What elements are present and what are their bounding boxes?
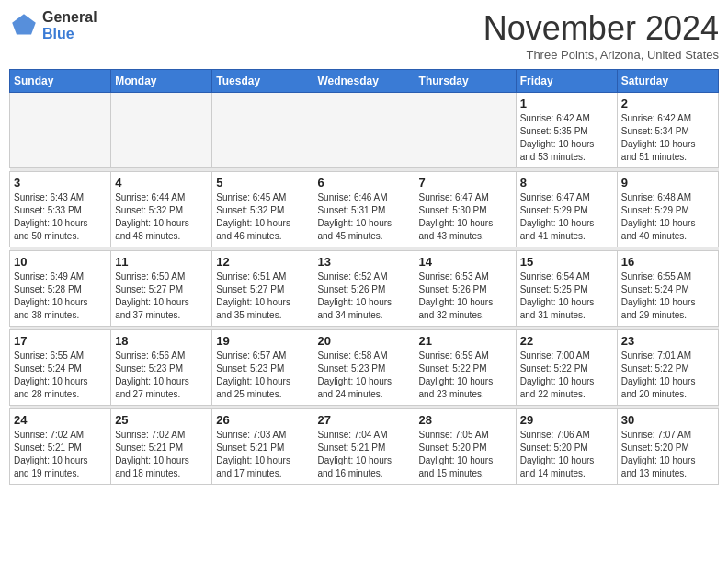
calendar-cell: 16Sunrise: 6:55 AM Sunset: 5:24 PM Dayli… [617, 251, 718, 327]
calendar-week-3: 10Sunrise: 6:49 AM Sunset: 5:28 PM Dayli… [10, 251, 719, 327]
weekday-header-tuesday: Tuesday [212, 70, 313, 93]
logo-blue: Blue [42, 26, 97, 42]
day-info: Sunrise: 6:55 AM Sunset: 5:24 PM Dayligh… [621, 270, 714, 322]
day-number: 9 [621, 176, 714, 190]
day-number: 20 [317, 334, 410, 348]
day-info: Sunrise: 6:53 AM Sunset: 5:26 PM Dayligh… [419, 270, 512, 322]
day-number: 24 [14, 413, 107, 427]
day-number: 17 [14, 334, 107, 348]
svg-marker-0 [12, 14, 36, 34]
day-number: 19 [216, 334, 309, 348]
calendar-cell: 19Sunrise: 6:57 AM Sunset: 5:23 PM Dayli… [212, 330, 313, 406]
logo-icon [9, 11, 39, 40]
weekday-header-wednesday: Wednesday [313, 70, 415, 93]
calendar-cell: 10Sunrise: 6:49 AM Sunset: 5:28 PM Dayli… [10, 251, 111, 327]
calendar-cell: 4Sunrise: 6:44 AM Sunset: 5:32 PM Daylig… [111, 172, 212, 247]
day-number: 7 [419, 176, 512, 190]
calendar-cell: 29Sunrise: 7:06 AM Sunset: 5:20 PM Dayli… [516, 409, 617, 485]
location: Three Points, Arizona, United States [483, 48, 719, 62]
title-block: November 2024 Three Points, Arizona, Uni… [483, 9, 719, 62]
calendar-cell [415, 93, 516, 168]
weekday-header-thursday: Thursday [415, 70, 516, 93]
logo-text: General Blue [42, 9, 97, 41]
day-info: Sunrise: 6:47 AM Sunset: 5:30 PM Dayligh… [419, 191, 512, 243]
calendar-cell: 7Sunrise: 6:47 AM Sunset: 5:30 PM Daylig… [415, 172, 516, 247]
calendar-cell: 30Sunrise: 7:07 AM Sunset: 5:20 PM Dayli… [617, 409, 718, 485]
day-number: 22 [520, 334, 613, 348]
calendar-cell: 15Sunrise: 6:54 AM Sunset: 5:25 PM Dayli… [516, 251, 617, 327]
day-number: 28 [419, 413, 512, 427]
day-number: 23 [621, 334, 714, 348]
day-number: 1 [520, 97, 613, 110]
calendar-cell: 28Sunrise: 7:05 AM Sunset: 5:20 PM Dayli… [415, 409, 516, 485]
day-info: Sunrise: 6:49 AM Sunset: 5:28 PM Dayligh… [14, 270, 107, 322]
calendar-cell: 23Sunrise: 7:01 AM Sunset: 5:22 PM Dayli… [617, 330, 718, 406]
day-info: Sunrise: 6:52 AM Sunset: 5:26 PM Dayligh… [317, 270, 410, 322]
day-number: 4 [115, 176, 208, 190]
day-info: Sunrise: 6:56 AM Sunset: 5:23 PM Dayligh… [115, 350, 208, 401]
day-info: Sunrise: 7:05 AM Sunset: 5:20 PM Dayligh… [419, 429, 512, 480]
calendar-cell: 21Sunrise: 6:59 AM Sunset: 5:22 PM Dayli… [415, 330, 516, 406]
day-info: Sunrise: 6:50 AM Sunset: 5:27 PM Dayligh… [115, 270, 208, 322]
day-number: 5 [216, 176, 309, 190]
logo: General Blue [9, 9, 97, 41]
day-number: 29 [520, 413, 613, 427]
day-number: 10 [14, 255, 107, 269]
day-info: Sunrise: 6:46 AM Sunset: 5:31 PM Dayligh… [317, 191, 410, 243]
day-info: Sunrise: 7:02 AM Sunset: 5:21 PM Dayligh… [14, 429, 107, 480]
day-info: Sunrise: 6:55 AM Sunset: 5:24 PM Dayligh… [14, 350, 107, 401]
calendar-week-1: 1Sunrise: 6:42 AM Sunset: 5:35 PM Daylig… [10, 93, 719, 168]
calendar-cell: 27Sunrise: 7:04 AM Sunset: 5:21 PM Dayli… [313, 409, 415, 485]
calendar-cell: 9Sunrise: 6:48 AM Sunset: 5:29 PM Daylig… [617, 172, 718, 247]
weekday-header-sunday: Sunday [10, 70, 111, 93]
day-number: 8 [520, 176, 613, 190]
day-info: Sunrise: 7:00 AM Sunset: 5:22 PM Dayligh… [520, 350, 613, 401]
day-number: 18 [115, 334, 208, 348]
calendar-week-2: 3Sunrise: 6:43 AM Sunset: 5:33 PM Daylig… [10, 172, 719, 247]
calendar-cell [212, 93, 313, 168]
day-number: 3 [14, 176, 107, 190]
calendar-cell: 6Sunrise: 6:46 AM Sunset: 5:31 PM Daylig… [313, 172, 415, 247]
day-info: Sunrise: 6:42 AM Sunset: 5:34 PM Dayligh… [621, 112, 714, 164]
day-info: Sunrise: 7:01 AM Sunset: 5:22 PM Dayligh… [621, 350, 714, 401]
calendar-cell: 17Sunrise: 6:55 AM Sunset: 5:24 PM Dayli… [10, 330, 111, 406]
day-number: 11 [115, 255, 208, 269]
calendar-cell: 18Sunrise: 6:56 AM Sunset: 5:23 PM Dayli… [111, 330, 212, 406]
day-number: 15 [520, 255, 613, 269]
day-info: Sunrise: 7:06 AM Sunset: 5:20 PM Dayligh… [520, 429, 613, 480]
day-info: Sunrise: 6:54 AM Sunset: 5:25 PM Dayligh… [520, 270, 613, 322]
day-info: Sunrise: 6:57 AM Sunset: 5:23 PM Dayligh… [216, 350, 309, 401]
calendar-cell [111, 93, 212, 168]
weekday-header-saturday: Saturday [617, 70, 718, 93]
day-info: Sunrise: 7:02 AM Sunset: 5:21 PM Dayligh… [115, 429, 208, 480]
calendar-cell: 25Sunrise: 7:02 AM Sunset: 5:21 PM Dayli… [111, 409, 212, 485]
day-info: Sunrise: 7:04 AM Sunset: 5:21 PM Dayligh… [317, 429, 410, 480]
day-info: Sunrise: 7:03 AM Sunset: 5:21 PM Dayligh… [216, 429, 309, 480]
calendar-cell: 3Sunrise: 6:43 AM Sunset: 5:33 PM Daylig… [10, 172, 111, 247]
page-header: General Blue November 2024 Three Points,… [9, 9, 719, 62]
calendar-header-row: SundayMondayTuesdayWednesdayThursdayFrid… [10, 70, 719, 93]
day-number: 30 [621, 413, 714, 427]
day-number: 6 [317, 176, 410, 190]
calendar-cell: 14Sunrise: 6:53 AM Sunset: 5:26 PM Dayli… [415, 251, 516, 327]
day-number: 27 [317, 413, 410, 427]
calendar-cell: 1Sunrise: 6:42 AM Sunset: 5:35 PM Daylig… [516, 93, 617, 168]
calendar-cell: 5Sunrise: 6:45 AM Sunset: 5:32 PM Daylig… [212, 172, 313, 247]
calendar-cell: 26Sunrise: 7:03 AM Sunset: 5:21 PM Dayli… [212, 409, 313, 485]
day-info: Sunrise: 6:42 AM Sunset: 5:35 PM Dayligh… [520, 112, 613, 164]
day-info: Sunrise: 6:47 AM Sunset: 5:29 PM Dayligh… [520, 191, 613, 243]
day-info: Sunrise: 7:07 AM Sunset: 5:20 PM Dayligh… [621, 429, 714, 480]
day-info: Sunrise: 6:43 AM Sunset: 5:33 PM Dayligh… [14, 191, 107, 243]
day-number: 13 [317, 255, 410, 269]
day-number: 21 [419, 334, 512, 348]
calendar-cell: 11Sunrise: 6:50 AM Sunset: 5:27 PM Dayli… [111, 251, 212, 327]
calendar-cell: 22Sunrise: 7:00 AM Sunset: 5:22 PM Dayli… [516, 330, 617, 406]
calendar-cell: 12Sunrise: 6:51 AM Sunset: 5:27 PM Dayli… [212, 251, 313, 327]
calendar-week-5: 24Sunrise: 7:02 AM Sunset: 5:21 PM Dayli… [10, 409, 719, 485]
day-info: Sunrise: 6:45 AM Sunset: 5:32 PM Dayligh… [216, 191, 309, 243]
calendar-cell [10, 93, 111, 168]
day-number: 14 [419, 255, 512, 269]
month-title: November 2024 [483, 9, 719, 48]
calendar-cell: 13Sunrise: 6:52 AM Sunset: 5:26 PM Dayli… [313, 251, 415, 327]
day-number: 16 [621, 255, 714, 269]
